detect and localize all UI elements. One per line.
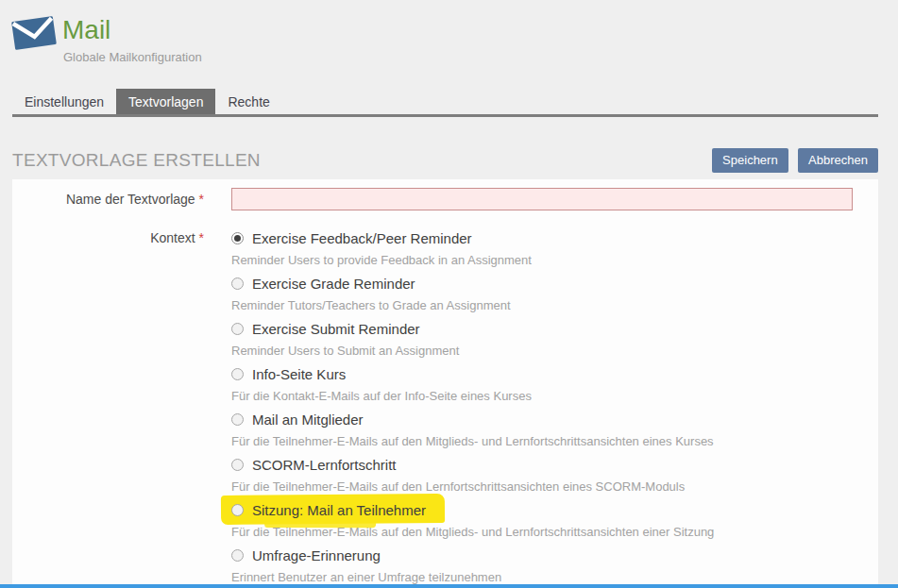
window-bottom-edge xyxy=(0,584,898,588)
context-row: Kontext * Exercise Feedback/Peer Reminde… xyxy=(12,227,878,588)
page-title: Mail xyxy=(62,15,110,45)
radio-button[interactable] xyxy=(231,368,244,380)
section-header: TEXTVORLAGE ERSTELLEN Speichern Abbreche… xyxy=(12,148,878,173)
radio-button[interactable] xyxy=(231,413,244,426)
tab-textvorlagen[interactable]: Textvorlagen xyxy=(116,89,215,114)
required-marker: * xyxy=(199,230,204,245)
context-option-description: Reminder Tutors/Teachers to Grade an Ass… xyxy=(231,294,714,317)
tab-rechte[interactable]: Rechte xyxy=(215,89,281,114)
mail-envelope-icon xyxy=(11,12,57,56)
context-option-label[interactable]: SCORM-Lernfortschritt xyxy=(252,457,397,473)
context-option-exercise-submit: Exercise Submit Reminder Reminder Users … xyxy=(231,317,714,362)
name-field-label-text: Name der Textvorlage xyxy=(66,192,195,207)
section-title: TEXTVORLAGE ERSTELLEN xyxy=(12,150,261,171)
mail-configuration-page: Mail Globale Mailkonfiguration Einstellu… xyxy=(0,0,898,588)
required-marker: * xyxy=(199,192,204,207)
template-name-input[interactable] xyxy=(231,188,853,210)
radio-button[interactable] xyxy=(231,504,244,516)
radio-button[interactable] xyxy=(231,459,244,471)
context-option-scorm-lernfortschritt: SCORM-Lernfortschritt Für die Teilnehmer… xyxy=(231,453,714,498)
context-option-mail-an-mitglieder: Mail an Mitglieder Für die Teilnehmer-E-… xyxy=(231,408,714,453)
context-option-exercise-feedback: Exercise Feedback/Peer Reminder Reminder… xyxy=(231,227,714,272)
context-option-exercise-grade: Exercise Grade Reminder Reminder Tutors/… xyxy=(231,272,714,317)
radio-button[interactable] xyxy=(231,323,244,335)
form-panel: Name der Textvorlage * Kontext * Exercis… xyxy=(12,179,878,584)
context-field-label-text: Kontext xyxy=(150,230,195,245)
name-field-label: Name der Textvorlage * xyxy=(12,192,231,207)
context-option-label[interactable]: Info-Seite Kurs xyxy=(252,366,346,382)
context-option-description: Für die Kontakt-E-Mails auf der Info-Sei… xyxy=(231,385,714,408)
context-option-description: Reminder Users to provide Feedback in an… xyxy=(231,249,714,272)
radio-button[interactable] xyxy=(231,232,244,244)
section-actions: Speichern Abbrechen xyxy=(706,148,878,173)
tab-einstellungen[interactable]: Einstellungen xyxy=(12,89,116,114)
name-row: Name der Textvorlage * xyxy=(12,188,878,210)
context-option-label[interactable]: Umfrage-Erinnerung xyxy=(252,547,381,563)
context-option-umfrage-erinnerung: Umfrage-Erinnerung Erinnert Benutzer an … xyxy=(231,544,714,588)
context-option-label[interactable]: Exercise Grade Reminder xyxy=(252,276,415,292)
context-option-label[interactable]: Exercise Feedback/Peer Reminder xyxy=(252,230,472,246)
context-option-sitzung-mail-an-teilnehmer: Sitzung: Mail an Teilnehmer Für die Teil… xyxy=(231,498,714,544)
context-options-list: Exercise Feedback/Peer Reminder Reminder… xyxy=(231,227,714,588)
cancel-button[interactable]: Abbrechen xyxy=(798,148,878,173)
context-option-label[interactable]: Exercise Submit Reminder xyxy=(252,321,420,337)
page-subtitle: Globale Mailkonfiguration xyxy=(63,50,202,64)
save-button[interactable]: Speichern xyxy=(712,148,788,173)
context-option-description: Für die Teilnehmer-E-Mails auf den Mitgl… xyxy=(231,430,714,453)
context-option-label[interactable]: Sitzung: Mail an Teilnehmer xyxy=(252,502,426,518)
radio-button[interactable] xyxy=(231,277,244,290)
tab-bar: Einstellungen Textvorlagen Rechte xyxy=(12,89,878,117)
radio-button[interactable] xyxy=(231,549,244,562)
context-option-description: Reminder Users to Submit an Assignment xyxy=(231,340,714,362)
context-option-info-seite-kurs: Info-Seite Kurs Für die Kontakt-E-Mails … xyxy=(231,362,714,408)
context-field-label: Kontext * xyxy=(12,227,231,245)
context-option-label[interactable]: Mail an Mitglieder xyxy=(252,412,364,428)
